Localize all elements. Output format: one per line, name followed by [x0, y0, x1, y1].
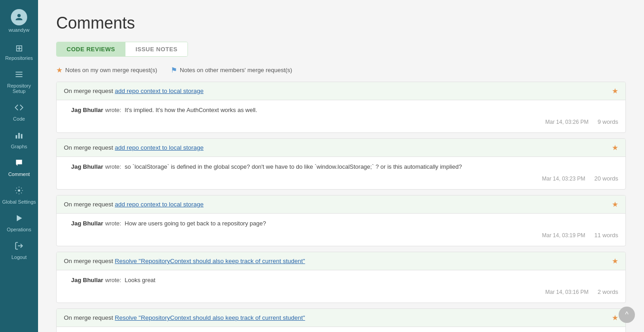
- comment-wrote: wrote:: [105, 220, 123, 227]
- comment-body: Jag Bhullar wrote: Looks great Mar 14, 0…: [57, 270, 625, 303]
- comment-card: On merge request Resolve "RepositoryCont…: [56, 308, 626, 332]
- svg-rect-4: [16, 135, 17, 139]
- comment-header: On merge request add repo context to loc…: [57, 82, 625, 100]
- comment-body: Jag Bhullar wrote: This seems fine to me…: [57, 327, 625, 332]
- avatar: [11, 9, 27, 25]
- comment-date: Mar 14, 03:23 PM: [71, 176, 585, 182]
- merge-request-link[interactable]: Resolve "RepositoryContext should also k…: [115, 258, 305, 264]
- comment-star-icon[interactable]: ★: [612, 257, 618, 265]
- tab-bar: CODE REVIEWS ISSUE NOTES: [56, 42, 188, 57]
- svg-point-0: [17, 14, 20, 17]
- svg-point-7: [18, 190, 20, 192]
- sidebar-item-operations[interactable]: Operations: [0, 209, 38, 237]
- operations-icon: [14, 214, 24, 225]
- merge-request-link[interactable]: add repo context to local storage: [115, 144, 204, 151]
- svg-rect-2: [16, 74, 23, 75]
- sidebar-item-repository-setup[interactable]: Repository Setup: [0, 65, 38, 98]
- on-merge-request-label: On merge request Resolve "RepositoryCont…: [64, 314, 305, 321]
- logout-icon: [14, 241, 24, 253]
- sidebar-item-label: Graphs: [11, 144, 27, 149]
- repositories-icon: ⊞: [15, 43, 23, 54]
- comment-footer: Mar 14, 03:26 PM 9 words: [71, 118, 618, 125]
- comment-footer: Mar 14, 03:23 PM 20 words: [71, 175, 618, 182]
- comment-card: On merge request add repo context to loc…: [56, 82, 626, 133]
- comment-author: Jag Bhullar: [71, 277, 103, 283]
- sidebar-item-code[interactable]: Code: [0, 98, 38, 126]
- comment-words: 2 words: [597, 288, 618, 295]
- filter-others-label: Notes on other members' merge request(s): [180, 67, 292, 73]
- svg-rect-1: [16, 72, 23, 73]
- repository-setup-icon: [14, 70, 24, 81]
- comment-text: It's implied. It's how the AuthContext w…: [125, 107, 257, 113]
- sidebar-item-label: Repositories: [5, 55, 33, 61]
- on-merge-request-label: On merge request add repo context to loc…: [64, 201, 203, 208]
- main-content: Comments CODE REVIEWS ISSUE NOTES ★ Note…: [38, 0, 644, 332]
- comment-header: On merge request add repo context to loc…: [57, 139, 625, 157]
- comment-card: On merge request add repo context to loc…: [56, 195, 626, 246]
- sidebar-username: wuandyw: [9, 27, 29, 33]
- comment-star-icon[interactable]: ★: [612, 87, 618, 95]
- comment-body: Jag Bhullar wrote: so `localStorage` is …: [57, 157, 625, 189]
- comment-words: 11 words: [594, 232, 618, 239]
- sidebar-item-graphs[interactable]: Graphs: [0, 126, 38, 154]
- merge-request-link[interactable]: Resolve "RepositoryContext should also k…: [115, 314, 305, 321]
- code-icon: [14, 103, 24, 114]
- comment-author: Jag Bhullar: [71, 163, 103, 170]
- sidebar-item-logout[interactable]: Logout: [0, 237, 38, 264]
- graphs-icon: [14, 131, 24, 142]
- filter-row: ★ Notes on my own merge request(s) ⚑ Not…: [56, 66, 626, 74]
- sidebar-item-comment[interactable]: Comment: [0, 154, 38, 181]
- on-merge-request-label: On merge request Resolve "RepositoryCont…: [64, 258, 305, 264]
- sidebar-item-label: Comment: [8, 171, 30, 177]
- sidebar-item-label: Logout: [11, 254, 27, 260]
- star-icon: ★: [56, 66, 62, 74]
- page-title: Comments: [56, 14, 626, 33]
- comment-header: On merge request Resolve "RepositoryCont…: [57, 309, 625, 327]
- comment-wrote: wrote:: [105, 107, 123, 113]
- filter-own: ★ Notes on my own merge request(s): [56, 66, 157, 74]
- comment-text: so `localStorage` is defined in the glob…: [125, 163, 462, 170]
- tab-issue-notes[interactable]: ISSUE NOTES: [125, 42, 187, 56]
- comment-card: On merge request Resolve "RepositoryCont…: [56, 252, 626, 303]
- comment-footer: Mar 14, 03:16 PM 2 words: [71, 288, 618, 295]
- sidebar: wuandyw ⊞ Repositories Repository Setup …: [0, 0, 38, 332]
- comment-body: Jag Bhullar wrote: How are users going t…: [57, 214, 625, 246]
- svg-marker-8: [17, 215, 22, 221]
- global-settings-icon: [14, 186, 24, 197]
- merge-request-link[interactable]: add repo context to local storage: [115, 88, 204, 94]
- comment-words: 20 words: [594, 175, 618, 182]
- filter-own-label: Notes on my own merge request(s): [65, 67, 157, 73]
- comment-wrote: wrote:: [105, 277, 123, 283]
- comments-list: On merge request add repo context to loc…: [56, 82, 626, 332]
- comment-header: On merge request Resolve "RepositoryCont…: [57, 252, 625, 270]
- sidebar-item-label: Repository Setup: [2, 83, 36, 94]
- comment-header: On merge request add repo context to loc…: [57, 195, 625, 214]
- comment-star-icon[interactable]: ★: [612, 143, 618, 152]
- comment-date: Mar 14, 03:19 PM: [71, 232, 585, 239]
- comment-wrote: wrote:: [105, 163, 123, 170]
- comment-star-icon[interactable]: ★: [612, 313, 618, 322]
- sidebar-item-repositories[interactable]: ⊞ Repositories: [0, 38, 38, 65]
- sidebar-item-global-settings[interactable]: Global Settings: [0, 181, 38, 209]
- comment-footer: Mar 14, 03:19 PM 11 words: [71, 232, 618, 239]
- svg-rect-6: [21, 134, 22, 139]
- comment-date: Mar 14, 03:16 PM: [71, 289, 588, 295]
- comment-text: Looks great: [125, 277, 155, 283]
- comment-text: How are users going to get back to a rep…: [125, 220, 266, 227]
- comment-author: Jag Bhullar: [71, 220, 103, 227]
- sidebar-item-label: Global Settings: [2, 199, 36, 205]
- comment-body: Jag Bhullar wrote: It's implied. It's ho…: [57, 100, 625, 132]
- scroll-to-top-button[interactable]: ^: [619, 307, 635, 323]
- merge-request-link[interactable]: add repo context to local storage: [115, 201, 204, 208]
- sidebar-item-label: Operations: [7, 227, 31, 232]
- svg-rect-3: [16, 76, 23, 77]
- tab-code-reviews[interactable]: CODE REVIEWS: [57, 42, 125, 56]
- flag-icon: ⚑: [171, 66, 177, 74]
- comment-star-icon[interactable]: ★: [612, 200, 618, 209]
- comment-words: 9 words: [597, 118, 618, 125]
- sidebar-user: wuandyw: [0, 5, 38, 38]
- comment-date: Mar 14, 03:26 PM: [71, 119, 588, 125]
- on-merge-request-label: On merge request add repo context to loc…: [64, 88, 203, 94]
- comment-card: On merge request add repo context to loc…: [56, 138, 626, 190]
- on-merge-request-label: On merge request add repo context to loc…: [64, 144, 203, 151]
